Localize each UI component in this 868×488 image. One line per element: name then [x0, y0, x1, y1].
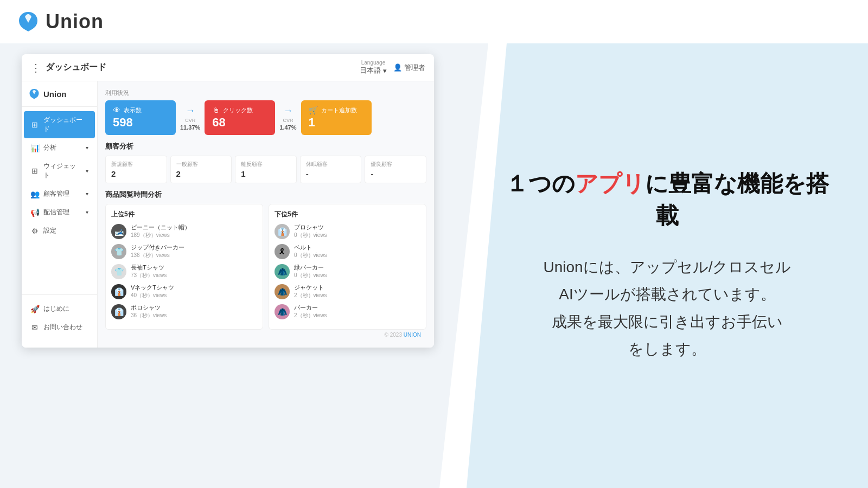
- product-item: 🧥 パーカー 2（秒）views: [275, 304, 420, 319]
- dash-title: ダッシュボード: [46, 62, 106, 73]
- main-content: ⋮ ダッシュボード Language 日本語 ▾ 👤 管理者: [0, 43, 868, 488]
- chevron-down-icon: ▾: [383, 67, 387, 75]
- sidebar-label-delivery: 配信管理: [43, 208, 69, 217]
- arrow-icon: ▾: [86, 145, 88, 151]
- sidebar-label-customers: 顧客管理: [43, 189, 69, 198]
- customer-new: 新規顧客 2: [105, 156, 167, 183]
- product-item: 🧥 ジャケット 2（秒）views: [275, 284, 420, 299]
- cvr-label-1: CVR: [185, 118, 195, 123]
- analytics-icon: 📊: [30, 144, 39, 152]
- sidebar-item-delivery[interactable]: 📢 配信管理 ▾: [24, 203, 95, 221]
- customer-defect: 離反顧客 1: [235, 156, 297, 183]
- admin-button[interactable]: 👤 管理者: [393, 63, 425, 73]
- sidebar-item-dashboard[interactable]: ⊞ ダッシュボード: [24, 111, 95, 138]
- language-value[interactable]: 日本語 ▾: [360, 66, 387, 75]
- cvr-label-2: CVR: [283, 118, 293, 123]
- main-logo-icon: [16, 10, 40, 34]
- dash-menu-icon[interactable]: ⋮: [30, 61, 41, 74]
- start-icon: 🚀: [30, 305, 39, 313]
- main-logo-text: Union: [46, 10, 104, 33]
- language-selector[interactable]: Language 日本語 ▾: [360, 60, 387, 75]
- delivery-icon: 📢: [30, 208, 39, 217]
- bottom5-title: 下位5件: [275, 210, 420, 219]
- top5-title: 上位5件: [111, 210, 257, 219]
- product-item: 👔 ポロシャツ 36（秒）views: [111, 304, 257, 319]
- main-logo-area: Union: [16, 10, 104, 34]
- product-section-title: 商品閲覧時間分析: [105, 190, 426, 200]
- product-thumb-b5: 🧥: [275, 304, 290, 319]
- views-value: 598: [113, 115, 168, 130]
- stat-box-views: 👁 表示数 598: [105, 100, 176, 135]
- product-thumb-b3: 🧥: [275, 264, 290, 279]
- widget-icon: ⊞: [30, 166, 39, 175]
- sidebar-item-analytics[interactable]: 📊 分析 ▾: [24, 139, 95, 157]
- cvr-value-1: 11.37%: [180, 124, 200, 131]
- arrow-icon-4: ▾: [86, 209, 88, 215]
- bottom5-list: 下位5件 👔 プロシャツ 0（秒）views 🎗: [269, 204, 426, 330]
- product-thumb-1: 🎿: [111, 224, 126, 239]
- product-item: 👕 長袖Tシャツ 73（秒）views: [111, 264, 257, 279]
- customer-dormant: 休眠顧客 -: [300, 156, 362, 183]
- click-icon: 🖱: [212, 106, 220, 114]
- sidebar-bottom: 🚀 はじめに ✉ お問い合わせ: [22, 294, 97, 341]
- usage-label: 利用状況: [105, 89, 426, 97]
- sidebar-item-start[interactable]: 🚀 はじめに: [24, 300, 95, 318]
- sidebar-label-analytics: 分析: [43, 143, 56, 152]
- product-section: 上位5件 🎿 ビーニー（ニット帽） 189（秒）views 👕: [105, 204, 426, 330]
- customer-section-title: 顧客分析: [105, 142, 426, 151]
- cvr-value-2: 1.47%: [279, 124, 296, 131]
- sidebar-item-customers[interactable]: 👥 顧客管理 ▾: [24, 185, 95, 203]
- left-panel: ⋮ ダッシュボード Language 日本語 ▾ 👤 管理者: [0, 43, 488, 488]
- customer-row: 新規顧客 2 一般顧客 2 離反顧客 1 休眠顧客: [105, 156, 426, 183]
- sidebar-top: Union ⊞ ダッシュボード 📊 分析 ▾ ⊞: [22, 88, 97, 240]
- contact-icon: ✉: [30, 323, 39, 332]
- right-headline: １つのアプリに豊富な機能を搭載: [499, 168, 835, 232]
- sidebar-item-contact[interactable]: ✉ お問い合わせ: [24, 318, 95, 336]
- product-thumb-b4: 🧥: [275, 284, 290, 299]
- top5-list: 上位5件 🎿 ビーニー（ニット帽） 189（秒）views 👕: [105, 204, 263, 330]
- stat-box-clicks: 🖱 クリック数 68: [205, 100, 275, 135]
- headline-highlight: アプリ: [575, 171, 645, 196]
- eye-icon: 👁: [113, 106, 120, 114]
- product-item: 👔 VネックTシャツ 40（秒）views: [111, 284, 257, 299]
- cart-value: 1: [309, 115, 364, 130]
- product-thumb-b2: 🎗: [275, 244, 290, 259]
- sidebar-item-settings[interactable]: ⚙ 設定: [24, 222, 95, 240]
- sidebar-label-contact: お問い合わせ: [43, 323, 82, 332]
- cart-icon: 🛒: [309, 106, 318, 114]
- dash-header-right: Language 日本語 ▾ 👤 管理者: [360, 60, 425, 75]
- language-label: Language: [361, 60, 386, 66]
- sidebar-label-start: はじめに: [43, 304, 69, 313]
- right-description: Unionには、アップセル/クロスセル AIツールが搭載されています。 成果を最…: [544, 254, 792, 363]
- right-panel: １つのアプリに豊富な機能を搭載 Unionには、アップセル/クロスセル AIツー…: [467, 43, 868, 488]
- product-item: 🧥 緑パーカー 0（秒）views: [275, 264, 420, 279]
- dashboard-footer: © 2023 UNION: [105, 330, 426, 340]
- stat-row: 👁 表示数 598 → CVR 11.37% 🖱: [105, 100, 426, 135]
- sidebar: Union ⊞ ダッシュボード 📊 分析 ▾ ⊞: [22, 81, 98, 348]
- sidebar-logo: Union: [22, 88, 97, 107]
- right-arrow-2: →: [283, 105, 293, 117]
- settings-icon: ⚙: [30, 227, 39, 235]
- product-item: 👔 プロシャツ 0（秒）views: [275, 223, 420, 239]
- dashboard-icon: ⊞: [30, 120, 39, 129]
- sidebar-label-dashboard: ダッシュボード: [43, 115, 88, 134]
- arrow-1: → CVR 11.37%: [180, 105, 200, 131]
- product-item: 👕 ジップ付きパーカー 136（秒）views: [111, 243, 257, 259]
- dashboard-main: 利用状況 👁 表示数 598 → CVR 11.37%: [98, 81, 434, 348]
- person-icon: 👤: [393, 63, 402, 72]
- dash-header: ⋮ ダッシュボード Language 日本語 ▾ 👤 管理者: [22, 54, 434, 81]
- sidebar-label-widget: ウィジェット: [43, 162, 81, 180]
- sidebar-item-widget[interactable]: ⊞ ウィジェット ▾: [24, 157, 95, 184]
- product-thumb-3: 👕: [111, 264, 126, 279]
- top-header: Union: [0, 0, 868, 43]
- product-item: 🎿 ビーニー（ニット帽） 189（秒）views: [111, 223, 257, 239]
- dashboard-mockup: ⋮ ダッシュボード Language 日本語 ▾ 👤 管理者: [22, 54, 434, 348]
- arrow-2: → CVR 1.47%: [279, 105, 296, 131]
- sidebar-logo-text: Union: [43, 89, 67, 99]
- product-thumb-5: 👔: [111, 304, 126, 319]
- arrow-icon-2: ▾: [86, 168, 88, 174]
- stat-box-cart: 🛒 カート追加数 1: [301, 100, 372, 135]
- sidebar-label-settings: 設定: [43, 226, 56, 235]
- customer-general: 一般顧客 2: [170, 156, 232, 183]
- product-thumb-4: 👔: [111, 284, 126, 299]
